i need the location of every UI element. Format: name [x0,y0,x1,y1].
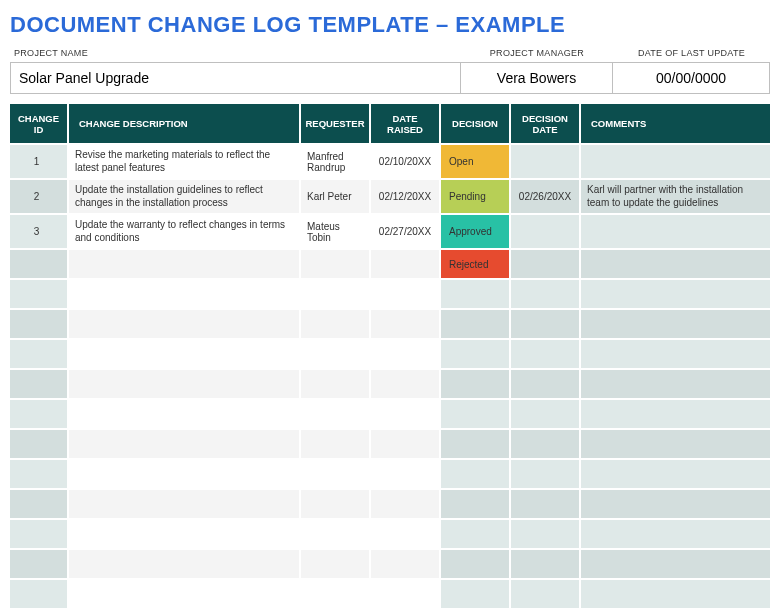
cell-change-id[interactable] [10,339,68,369]
cell-decision[interactable] [440,459,510,489]
cell-decision[interactable]: Pending [440,179,510,214]
cell-decision[interactable] [440,369,510,399]
cell-comments[interactable] [580,249,770,279]
cell-comments[interactable] [580,549,770,579]
cell-change-id[interactable] [10,369,68,399]
cell-change-description[interactable]: Update the warranty to reflect changes i… [68,214,300,249]
cell-date-raised[interactable] [370,489,440,519]
cell-date-raised[interactable] [370,429,440,459]
cell-decision-date[interactable] [510,309,580,339]
cell-date-raised[interactable] [370,309,440,339]
cell-decision[interactable] [440,279,510,309]
cell-requester[interactable] [300,309,370,339]
cell-date-raised[interactable] [370,459,440,489]
cell-change-description[interactable] [68,369,300,399]
cell-change-id[interactable] [10,309,68,339]
cell-decision[interactable] [440,549,510,579]
cell-date-raised[interactable] [370,369,440,399]
cell-decision-date[interactable] [510,214,580,249]
cell-requester[interactable]: Manfred Randrup [300,144,370,179]
cell-decision[interactable] [440,309,510,339]
project-manager-field[interactable]: Vera Bowers [461,62,613,94]
cell-decision-date[interactable] [510,339,580,369]
cell-change-id[interactable] [10,399,68,429]
cell-comments[interactable] [580,214,770,249]
cell-date-raised[interactable] [370,519,440,549]
cell-change-description[interactable] [68,579,300,608]
cell-change-description[interactable] [68,309,300,339]
cell-requester[interactable] [300,429,370,459]
cell-change-description[interactable] [68,279,300,309]
cell-change-description[interactable] [68,519,300,549]
cell-requester[interactable] [300,369,370,399]
cell-change-description[interactable]: Revise the marketing materials to reflec… [68,144,300,179]
cell-decision-date[interactable] [510,144,580,179]
cell-decision-date[interactable] [510,579,580,608]
cell-decision-date[interactable] [510,489,580,519]
cell-decision-date[interactable] [510,459,580,489]
cell-requester[interactable] [300,279,370,309]
cell-requester[interactable] [300,579,370,608]
cell-decision-date[interactable] [510,369,580,399]
cell-requester[interactable]: Karl Peter [300,179,370,214]
cell-change-description[interactable]: Update the installation guidelines to re… [68,179,300,214]
cell-decision-date[interactable] [510,549,580,579]
cell-change-id[interactable] [10,279,68,309]
cell-change-description[interactable] [68,549,300,579]
cell-date-raised[interactable] [370,339,440,369]
cell-change-description[interactable] [68,459,300,489]
cell-comments[interactable]: Karl will partner with the installation … [580,179,770,214]
cell-decision[interactable]: Open [440,144,510,179]
cell-requester[interactable] [300,519,370,549]
cell-decision[interactable] [440,519,510,549]
cell-comments[interactable] [580,279,770,309]
cell-change-id[interactable] [10,249,68,279]
cell-comments[interactable] [580,144,770,179]
cell-decision[interactable] [440,339,510,369]
cell-change-description[interactable] [68,489,300,519]
cell-date-raised[interactable] [370,249,440,279]
cell-decision[interactable] [440,429,510,459]
cell-change-id[interactable] [10,459,68,489]
cell-decision[interactable]: Approved [440,214,510,249]
cell-date-raised[interactable]: 02/10/20XX [370,144,440,179]
cell-date-raised[interactable] [370,579,440,608]
cell-comments[interactable] [580,429,770,459]
cell-comments[interactable] [580,489,770,519]
cell-decision[interactable] [440,579,510,608]
cell-comments[interactable] [580,369,770,399]
cell-requester[interactable]: Mateus Tobin [300,214,370,249]
last-update-field[interactable]: 00/00/0000 [613,62,770,94]
cell-requester[interactable] [300,459,370,489]
cell-change-id[interactable] [10,579,68,608]
cell-date-raised[interactable] [370,549,440,579]
cell-change-id[interactable]: 1 [10,144,68,179]
cell-decision-date[interactable] [510,249,580,279]
cell-change-description[interactable] [68,429,300,459]
cell-decision-date[interactable] [510,279,580,309]
cell-comments[interactable] [580,339,770,369]
cell-date-raised[interactable] [370,279,440,309]
cell-date-raised[interactable]: 02/12/20XX [370,179,440,214]
cell-change-id[interactable] [10,549,68,579]
cell-decision-date[interactable] [510,429,580,459]
cell-requester[interactable] [300,399,370,429]
cell-requester[interactable] [300,249,370,279]
cell-requester[interactable] [300,549,370,579]
cell-decision[interactable]: Rejected [440,249,510,279]
cell-comments[interactable] [580,399,770,429]
cell-change-description[interactable] [68,249,300,279]
cell-decision[interactable] [440,489,510,519]
cell-comments[interactable] [580,579,770,608]
cell-change-id[interactable] [10,519,68,549]
cell-change-id[interactable] [10,489,68,519]
cell-change-id[interactable]: 3 [10,214,68,249]
cell-change-description[interactable] [68,399,300,429]
cell-change-id[interactable] [10,429,68,459]
cell-comments[interactable] [580,519,770,549]
project-name-field[interactable]: Solar Panel Upgrade [10,62,461,94]
cell-requester[interactable] [300,489,370,519]
cell-decision[interactable] [440,399,510,429]
cell-comments[interactable] [580,309,770,339]
cell-change-description[interactable] [68,339,300,369]
